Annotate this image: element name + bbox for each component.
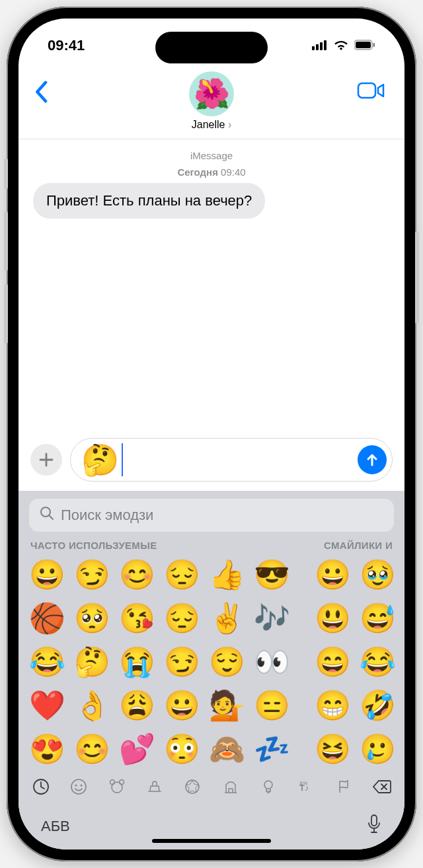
svg-point-17 bbox=[264, 781, 272, 789]
category-objects-icon[interactable] bbox=[258, 778, 279, 799]
category-activity-icon[interactable] bbox=[182, 778, 203, 799]
emoji-key[interactable]: 😀 bbox=[164, 686, 198, 725]
category-smileys-icon[interactable] bbox=[68, 778, 89, 799]
section-label-frequent: ЧАСТО ИСПОЛЬЗУЕМЫЕ bbox=[30, 540, 157, 551]
emoji-key[interactable]: 😑 bbox=[254, 686, 288, 725]
add-attachment-button[interactable] bbox=[30, 444, 62, 476]
emoji-key[interactable]: 👍 bbox=[209, 555, 243, 595]
cellular-icon bbox=[312, 37, 328, 54]
send-button[interactable] bbox=[358, 445, 387, 474]
emoji-key[interactable]: 😌 bbox=[209, 642, 243, 682]
message-input[interactable]: 🤔 bbox=[70, 438, 393, 482]
dictation-button[interactable] bbox=[366, 814, 382, 839]
emoji-key[interactable]: 💤 bbox=[254, 729, 288, 769]
emoji-key[interactable]: 😳 bbox=[164, 729, 198, 769]
search-icon bbox=[40, 506, 54, 524]
emoji-key[interactable]: 😩 bbox=[119, 686, 153, 725]
svg-point-14 bbox=[110, 780, 114, 785]
category-food-icon[interactable] bbox=[144, 778, 165, 799]
emoji-key[interactable]: 😘 bbox=[119, 598, 153, 638]
svg-text:&%: &% bbox=[299, 780, 307, 786]
service-label: iMessage bbox=[33, 150, 390, 161]
emoji-key[interactable]: 🥹 bbox=[360, 555, 394, 595]
emoji-key[interactable]: 🏀 bbox=[29, 598, 63, 638]
emoji-key[interactable]: 😄 bbox=[315, 642, 349, 682]
wifi-icon bbox=[333, 37, 349, 54]
emoji-key[interactable]: 🙈 bbox=[209, 729, 243, 769]
svg-point-11 bbox=[75, 785, 77, 787]
incoming-message-bubble[interactable]: Привет! Есть планы на вечер? bbox=[33, 183, 265, 219]
emoji-key[interactable]: 😔 bbox=[164, 598, 198, 638]
svg-rect-2 bbox=[320, 42, 323, 50]
emoji-keyboard: Поиск эмодзи ЧАСТО ИСПОЛЬЗУЕМЫЕ СМАЙЛИКИ… bbox=[19, 491, 404, 850]
emoji-key[interactable]: 👀 bbox=[254, 642, 288, 682]
emoji-key[interactable]: 🤣 bbox=[360, 686, 394, 725]
emoji-key[interactable]: 😂 bbox=[360, 642, 394, 682]
emoji-key[interactable]: 😏 bbox=[74, 555, 108, 595]
emoji-category-bar: Т♪&% bbox=[19, 773, 404, 801]
emoji-key[interactable]: 😀 bbox=[315, 555, 349, 595]
contact-avatar[interactable]: 🌺 bbox=[189, 71, 234, 116]
svg-rect-7 bbox=[358, 83, 375, 98]
status-indicators bbox=[312, 37, 375, 54]
emoji-key[interactable]: 🎶 bbox=[254, 598, 288, 638]
dynamic-island bbox=[155, 32, 268, 63]
svg-point-15 bbox=[119, 780, 124, 785]
back-button[interactable] bbox=[34, 81, 48, 106]
conversation-header: 🌺 Janelle bbox=[19, 71, 404, 139]
emoji-grid: 😀😏😊😔👍😎😀🥹🏀🥺😘😔✌️🎶😃😅😂🤔😭😏😌👀😄😂❤️👌😩😀💁😑😁🤣😍😊💕😳🙈💤… bbox=[19, 555, 404, 769]
delete-key[interactable] bbox=[371, 779, 393, 799]
svg-rect-6 bbox=[373, 43, 375, 47]
emoji-key[interactable]: 😃 bbox=[315, 598, 349, 638]
emoji-key[interactable]: 😆 bbox=[315, 729, 349, 769]
category-flags-icon[interactable] bbox=[334, 778, 355, 799]
emoji-key[interactable]: 😭 bbox=[119, 642, 153, 682]
emoji-key[interactable]: 😁 bbox=[315, 686, 349, 725]
contact-name[interactable]: Janelle bbox=[19, 119, 404, 131]
text-cursor bbox=[122, 443, 123, 476]
emoji-key[interactable]: 👌 bbox=[74, 686, 108, 725]
emoji-search-placeholder: Поиск эмодзи bbox=[61, 507, 153, 524]
svg-rect-3 bbox=[324, 40, 327, 50]
emoji-key[interactable]: 😏 bbox=[164, 642, 198, 682]
svg-point-12 bbox=[81, 785, 83, 787]
emoji-search-input[interactable]: Поиск эмодзи bbox=[29, 499, 394, 532]
svg-point-10 bbox=[71, 779, 86, 794]
emoji-key[interactable]: 💕 bbox=[119, 729, 153, 769]
emoji-key[interactable]: ❤️ bbox=[29, 686, 63, 725]
facetime-button[interactable] bbox=[357, 81, 385, 103]
svg-rect-5 bbox=[356, 42, 371, 48]
home-indicator[interactable] bbox=[152, 839, 271, 843]
emoji-key[interactable]: 😊 bbox=[119, 555, 153, 595]
message-composer: 🤔 bbox=[19, 438, 404, 491]
emoji-key[interactable]: 😎 bbox=[254, 555, 288, 595]
emoji-key[interactable]: 😍 bbox=[29, 729, 63, 769]
section-label-smileys: СМАЙЛИКИ И bbox=[324, 540, 393, 551]
category-travel-icon[interactable] bbox=[220, 778, 241, 799]
keyboard-bottom-row: АБВ bbox=[19, 801, 404, 839]
abc-switch-button[interactable]: АБВ bbox=[41, 818, 70, 835]
emoji-key[interactable]: ✌️ bbox=[209, 598, 243, 638]
svg-rect-0 bbox=[312, 46, 315, 50]
category-animals-icon[interactable] bbox=[106, 778, 128, 799]
category-recents-icon[interactable] bbox=[30, 778, 52, 799]
emoji-key[interactable]: 😊 bbox=[74, 729, 108, 769]
battery-icon bbox=[354, 37, 375, 54]
emoji-key[interactable]: 💁 bbox=[209, 686, 243, 725]
emoji-key[interactable]: 🥲 bbox=[360, 729, 394, 769]
emoji-key[interactable]: 😀 bbox=[29, 555, 63, 595]
svg-rect-1 bbox=[316, 44, 319, 50]
date-header: Сегодня 09:40 bbox=[33, 166, 390, 178]
category-symbols-icon[interactable]: Т♪&% bbox=[295, 778, 317, 799]
svg-rect-20 bbox=[371, 815, 377, 826]
avatar-emoji: 🌺 bbox=[194, 77, 230, 111]
emoji-key[interactable]: 🤔 bbox=[74, 642, 108, 682]
emoji-key[interactable]: 😂 bbox=[29, 642, 63, 682]
emoji-key[interactable]: 😔 bbox=[164, 555, 198, 595]
emoji-key[interactable]: 😅 bbox=[360, 598, 394, 638]
emoji-key[interactable]: 🥺 bbox=[74, 598, 108, 638]
draft-emoji: 🤔 bbox=[81, 442, 119, 478]
status-time: 09:41 bbox=[48, 37, 85, 54]
chat-area: iMessage Сегодня 09:40 Привет! Есть план… bbox=[19, 139, 404, 438]
